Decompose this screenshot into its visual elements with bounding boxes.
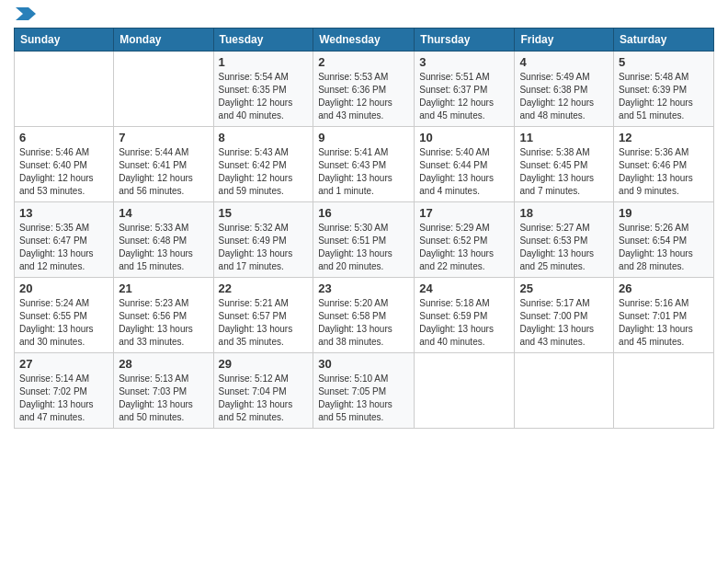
day-info: Sunrise: 5:30 AM Sunset: 6:51 PM Dayligh… [318, 222, 409, 273]
day-info: Sunrise: 5:23 AM Sunset: 6:56 PM Dayligh… [119, 297, 208, 349]
calendar-day-header: Thursday [415, 29, 515, 52]
calendar-header-row: SundayMondayTuesdayWednesdayThursdayFrid… [15, 29, 714, 52]
calendar-cell: 17Sunrise: 5:29 AM Sunset: 6:52 PM Dayli… [415, 202, 515, 278]
day-info: Sunrise: 5:54 AM Sunset: 6:35 PM Dayligh… [219, 71, 309, 122]
calendar-cell: 2Sunrise: 5:53 AM Sunset: 6:36 PM Daylig… [313, 52, 415, 127]
calendar-cell: 1Sunrise: 5:54 AM Sunset: 6:35 PM Daylig… [213, 52, 313, 127]
calendar-cell: 10Sunrise: 5:40 AM Sunset: 6:44 PM Dayli… [415, 127, 515, 202]
calendar-day-header: Wednesday [313, 29, 415, 52]
day-info: Sunrise: 5:32 AM Sunset: 6:49 PM Dayligh… [219, 222, 309, 273]
day-info: Sunrise: 5:38 AM Sunset: 6:45 PM Dayligh… [519, 146, 609, 198]
calendar-week-row: 13Sunrise: 5:35 AM Sunset: 6:47 PM Dayli… [15, 202, 714, 278]
calendar-cell [614, 353, 714, 429]
calendar-week-row: 20Sunrise: 5:24 AM Sunset: 6:55 PM Dayli… [15, 278, 714, 353]
calendar-day-header: Saturday [614, 29, 714, 52]
day-number: 6 [19, 131, 108, 144]
day-number: 2 [318, 55, 409, 69]
day-info: Sunrise: 5:29 AM Sunset: 6:52 PM Dayligh… [419, 222, 509, 273]
calendar-day-header: Monday [114, 29, 213, 52]
day-info: Sunrise: 5:27 AM Sunset: 6:53 PM Dayligh… [519, 222, 609, 273]
day-number: 17 [419, 206, 509, 220]
calendar-cell [15, 52, 114, 127]
calendar-cell: 19Sunrise: 5:26 AM Sunset: 6:54 PM Dayli… [614, 202, 714, 278]
day-number: 5 [619, 55, 709, 69]
day-number: 14 [119, 206, 208, 220]
day-info: Sunrise: 5:21 AM Sunset: 6:57 PM Dayligh… [219, 297, 309, 349]
logo-line1 [14, 9, 36, 22]
calendar-cell: 12Sunrise: 5:36 AM Sunset: 6:46 PM Dayli… [614, 127, 714, 202]
day-info: Sunrise: 5:35 AM Sunset: 6:47 PM Dayligh… [19, 222, 108, 273]
day-info: Sunrise: 5:10 AM Sunset: 7:05 PM Dayligh… [318, 373, 409, 424]
day-info: Sunrise: 5:17 AM Sunset: 7:00 PM Dayligh… [519, 297, 609, 349]
calendar-cell [114, 52, 213, 127]
day-info: Sunrise: 5:36 AM Sunset: 6:46 PM Dayligh… [619, 146, 709, 198]
day-number: 26 [619, 282, 709, 295]
day-info: Sunrise: 5:49 AM Sunset: 6:38 PM Dayligh… [519, 71, 609, 122]
calendar-table: SundayMondayTuesdayWednesdayThursdayFrid… [14, 28, 714, 429]
day-number: 24 [419, 282, 509, 295]
calendar-cell: 30Sunrise: 5:10 AM Sunset: 7:05 PM Dayli… [313, 353, 415, 429]
calendar-cell: 3Sunrise: 5:51 AM Sunset: 6:37 PM Daylig… [415, 52, 515, 127]
day-number: 18 [519, 206, 609, 220]
calendar-cell: 22Sunrise: 5:21 AM Sunset: 6:57 PM Dayli… [213, 278, 313, 353]
day-info: Sunrise: 5:33 AM Sunset: 6:48 PM Dayligh… [119, 222, 208, 273]
day-number: 25 [519, 282, 609, 295]
day-number: 4 [519, 55, 609, 69]
calendar-cell: 9Sunrise: 5:41 AM Sunset: 6:43 PM Daylig… [313, 127, 415, 202]
day-info: Sunrise: 5:14 AM Sunset: 7:02 PM Dayligh… [19, 373, 108, 424]
day-info: Sunrise: 5:41 AM Sunset: 6:43 PM Dayligh… [318, 146, 409, 198]
calendar-cell: 27Sunrise: 5:14 AM Sunset: 7:02 PM Dayli… [15, 353, 114, 429]
day-number: 29 [219, 357, 309, 371]
day-info: Sunrise: 5:46 AM Sunset: 6:40 PM Dayligh… [19, 146, 108, 198]
calendar-day-header: Tuesday [213, 29, 313, 52]
day-info: Sunrise: 5:12 AM Sunset: 7:04 PM Dayligh… [219, 373, 309, 424]
day-number: 20 [19, 282, 108, 295]
day-info: Sunrise: 5:18 AM Sunset: 6:59 PM Dayligh… [419, 297, 509, 349]
day-number: 1 [219, 55, 309, 69]
calendar-cell: 28Sunrise: 5:13 AM Sunset: 7:03 PM Dayli… [114, 353, 213, 429]
day-info: Sunrise: 5:13 AM Sunset: 7:03 PM Dayligh… [119, 373, 208, 424]
day-number: 30 [318, 357, 409, 371]
logo-icon [16, 6, 36, 22]
day-number: 10 [419, 131, 509, 144]
calendar-cell: 4Sunrise: 5:49 AM Sunset: 6:38 PM Daylig… [515, 52, 614, 127]
calendar-week-row: 6Sunrise: 5:46 AM Sunset: 6:40 PM Daylig… [15, 127, 714, 202]
day-number: 11 [519, 131, 609, 144]
calendar-day-header: Friday [515, 29, 614, 52]
calendar-cell: 13Sunrise: 5:35 AM Sunset: 6:47 PM Dayli… [15, 202, 114, 278]
day-number: 13 [19, 206, 108, 220]
calendar-week-row: 27Sunrise: 5:14 AM Sunset: 7:02 PM Dayli… [15, 353, 714, 429]
day-info: Sunrise: 5:44 AM Sunset: 6:41 PM Dayligh… [119, 146, 208, 198]
day-number: 28 [119, 357, 208, 371]
calendar-cell [415, 353, 515, 429]
page-container: SundayMondayTuesdayWednesdayThursdayFrid… [0, 0, 728, 438]
day-info: Sunrise: 5:48 AM Sunset: 6:39 PM Dayligh… [619, 71, 709, 122]
logo [14, 9, 36, 20]
day-number: 19 [619, 206, 709, 220]
calendar-cell: 24Sunrise: 5:18 AM Sunset: 6:59 PM Dayli… [415, 278, 515, 353]
calendar-cell: 6Sunrise: 5:46 AM Sunset: 6:40 PM Daylig… [15, 127, 114, 202]
day-number: 23 [318, 282, 409, 295]
day-info: Sunrise: 5:26 AM Sunset: 6:54 PM Dayligh… [619, 222, 709, 273]
header [14, 9, 714, 20]
day-number: 12 [619, 131, 709, 144]
calendar-cell: 18Sunrise: 5:27 AM Sunset: 6:53 PM Dayli… [515, 202, 614, 278]
calendar-cell: 25Sunrise: 5:17 AM Sunset: 7:00 PM Dayli… [515, 278, 614, 353]
day-info: Sunrise: 5:53 AM Sunset: 6:36 PM Dayligh… [318, 71, 409, 122]
day-number: 22 [219, 282, 309, 295]
calendar-cell: 29Sunrise: 5:12 AM Sunset: 7:04 PM Dayli… [213, 353, 313, 429]
calendar-cell: 5Sunrise: 5:48 AM Sunset: 6:39 PM Daylig… [614, 52, 714, 127]
day-number: 3 [419, 55, 509, 69]
day-number: 8 [219, 131, 309, 144]
day-info: Sunrise: 5:43 AM Sunset: 6:42 PM Dayligh… [219, 146, 309, 198]
day-number: 15 [219, 206, 309, 220]
day-info: Sunrise: 5:24 AM Sunset: 6:55 PM Dayligh… [19, 297, 108, 349]
calendar-cell: 21Sunrise: 5:23 AM Sunset: 6:56 PM Dayli… [114, 278, 213, 353]
day-info: Sunrise: 5:51 AM Sunset: 6:37 PM Dayligh… [419, 71, 509, 122]
calendar-cell: 26Sunrise: 5:16 AM Sunset: 7:01 PM Dayli… [614, 278, 714, 353]
calendar-cell: 11Sunrise: 5:38 AM Sunset: 6:45 PM Dayli… [515, 127, 614, 202]
calendar-cell: 7Sunrise: 5:44 AM Sunset: 6:41 PM Daylig… [114, 127, 213, 202]
day-number: 27 [19, 357, 108, 371]
day-info: Sunrise: 5:40 AM Sunset: 6:44 PM Dayligh… [419, 146, 509, 198]
svg-marker-0 [16, 7, 36, 20]
